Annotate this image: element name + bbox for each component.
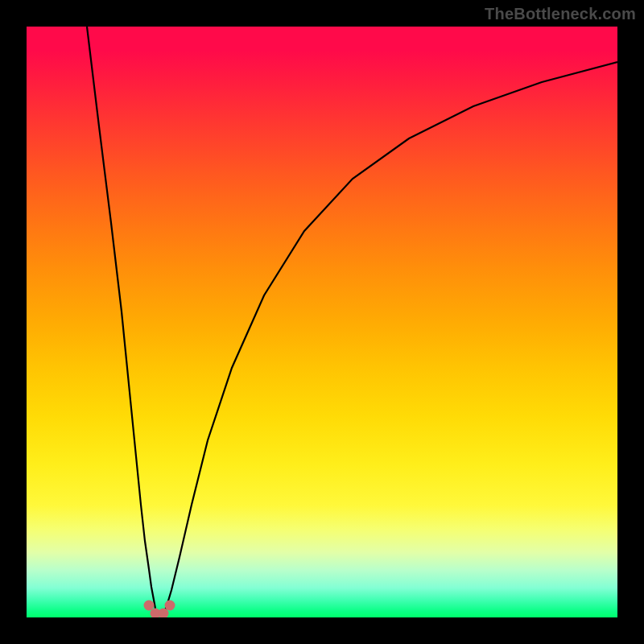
curve-right-branch [163,62,617,614]
curve-layer [27,27,617,617]
curve-left-branch [87,27,157,614]
dot-right-outer [165,601,175,611]
marker-dots [144,601,175,618]
plot-area [27,27,617,617]
watermark-text: TheBottleneck.com [485,5,636,23]
chart-frame: TheBottleneck.com [0,0,644,644]
